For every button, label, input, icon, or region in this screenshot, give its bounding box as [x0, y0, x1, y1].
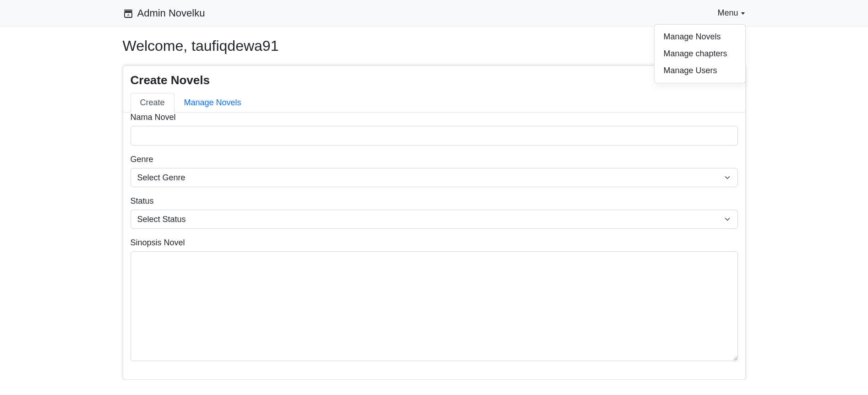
dropdown-item-manage-chapters[interactable]: Manage chapters — [655, 45, 745, 62]
form-body: Nama Novel Genre Select Genre Status Sel… — [123, 113, 745, 379]
svg-text:A: A — [127, 13, 129, 16]
genre-label: Genre — [131, 155, 738, 164]
caret-down-icon — [741, 12, 745, 15]
book-icon: A — [123, 8, 134, 19]
form-group-nama: Nama Novel — [131, 113, 738, 146]
status-select[interactable]: Select Status — [131, 210, 738, 229]
menu-toggle-button[interactable]: Menu — [716, 5, 745, 21]
dropdown-menu: Manage Novels Manage chapters Manage Use… — [654, 24, 746, 83]
navbar-inner: A Admin Novelku Menu Manage Novels Manag… — [59, 5, 810, 21]
menu-wrapper: Menu Manage Novels Manage chapters Manag… — [716, 5, 745, 21]
sinopsis-label: Sinopsis Novel — [131, 238, 738, 248]
nama-input[interactable] — [131, 126, 738, 146]
dropdown-item-manage-novels[interactable]: Manage Novels — [655, 28, 745, 45]
nav-tabs: Create Manage Novels — [123, 93, 745, 113]
form-group-sinopsis: Sinopsis Novel — [131, 238, 738, 363]
dropdown-item-manage-users[interactable]: Manage Users — [655, 62, 745, 79]
tab-manage-novels[interactable]: Manage Novels — [175, 93, 251, 113]
menu-label: Menu — [717, 8, 738, 18]
form-group-genre: Genre Select Genre — [131, 155, 738, 187]
nama-label: Nama Novel — [131, 113, 738, 122]
tab-create[interactable]: Create — [131, 93, 175, 113]
navbar: A Admin Novelku Menu Manage Novels Manag… — [0, 0, 868, 27]
card-title: Create Novels — [123, 66, 745, 93]
brand-link[interactable]: A Admin Novelku — [123, 7, 205, 19]
brand-text: Admin Novelku — [137, 7, 205, 19]
form-group-status: Status Select Status — [131, 196, 738, 229]
sinopsis-textarea[interactable] — [131, 251, 738, 361]
create-novels-card: Create Novels Create Manage Novels Nama … — [123, 65, 746, 380]
status-label: Status — [131, 196, 738, 206]
welcome-heading: Welcome, taufiqdewa91 — [123, 38, 746, 54]
genre-select[interactable]: Select Genre — [131, 168, 738, 187]
